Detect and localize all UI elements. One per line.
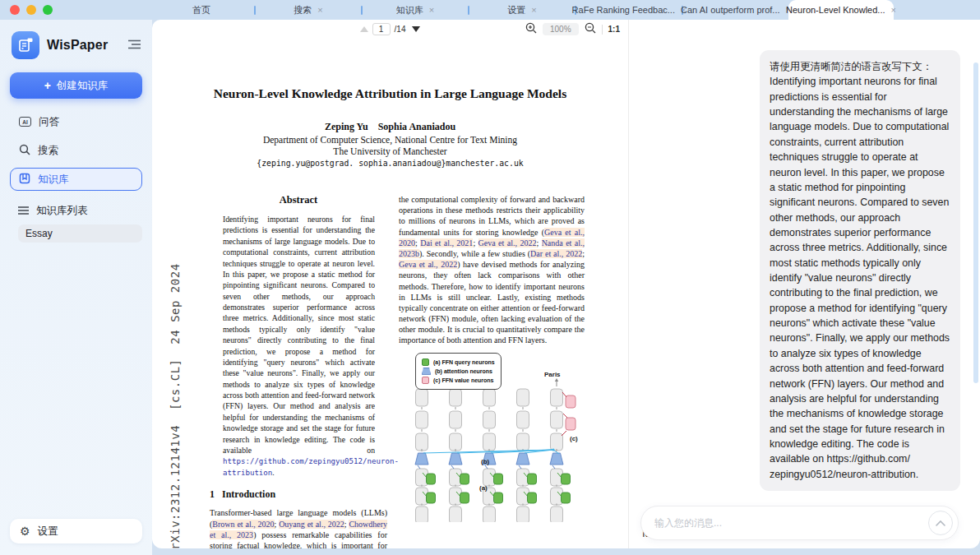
sidebar: WisPaper + 创建知识库 AI 问答 搜索 知识库 知识库列表 Essa… bbox=[0, 20, 152, 555]
minimize-window-button[interactable] bbox=[26, 5, 36, 15]
query-neuron-swatch bbox=[422, 358, 429, 366]
tab-knowledge-base[interactable]: 知识库× bbox=[363, 0, 468, 20]
tab-can-ai-paper[interactable]: Can AI outperform prof...× bbox=[683, 0, 788, 20]
collapse-sidebar-icon[interactable] bbox=[128, 38, 141, 53]
list-icon bbox=[18, 206, 29, 217]
tab-search[interactable]: 搜索× bbox=[256, 0, 361, 20]
pdf-toolbar: /14 100% 1:1 bbox=[152, 20, 628, 39]
zoom-window-button[interactable] bbox=[43, 5, 53, 15]
zoom-out-icon[interactable] bbox=[585, 22, 596, 37]
knowledge-base-item-essay[interactable]: Essay bbox=[18, 224, 142, 243]
page-up-icon[interactable] bbox=[360, 26, 368, 32]
attention-neuron-swatch bbox=[422, 368, 431, 375]
close-window-button[interactable] bbox=[10, 5, 20, 15]
qa-chat-icon: AI bbox=[19, 117, 31, 127]
paper-title: Neuron-Level Knowledge Attribution in La… bbox=[152, 86, 628, 101]
chat-panel: ... 请使用更清晰简洁的语言改写下文 请使用更清晰简洁的语言改写下文：Iden… bbox=[629, 20, 980, 548]
tab-bar: 首页 搜索× 知识库× 设置× RaFe Ranking Feedbac...×… bbox=[149, 0, 894, 20]
tab-home[interactable]: 首页 bbox=[149, 0, 254, 20]
close-tab-icon[interactable]: × bbox=[429, 6, 434, 15]
create-knowledge-base-button[interactable]: + 创建知识库 bbox=[10, 72, 142, 99]
tab-rafe-paper[interactable]: RaFe Ranking Feedbac...× bbox=[576, 0, 682, 20]
app-title: WisPaper bbox=[47, 38, 108, 53]
zoom-in-icon[interactable] bbox=[525, 22, 537, 37]
page-number-input[interactable] bbox=[372, 23, 391, 35]
page-down-icon[interactable] bbox=[412, 26, 420, 32]
wispaper-logo-icon bbox=[12, 31, 39, 59]
paper-authors: Zeping Yu Sophia Ananiadou bbox=[152, 121, 628, 133]
paper-email: {zeping.yu@postgrad. sophia.ananiadou@}m… bbox=[152, 159, 628, 168]
figure-label-c: (c) bbox=[570, 435, 578, 442]
sidebar-item-qa[interactable]: AI 问答 bbox=[10, 110, 142, 133]
close-tab-icon[interactable]: × bbox=[317, 6, 322, 15]
tab-settings[interactable]: 设置× bbox=[469, 0, 575, 20]
figure-label-a: (a) bbox=[479, 484, 488, 492]
paper-affiliation: Department of Computer Science, National… bbox=[152, 135, 628, 145]
book-icon bbox=[19, 173, 30, 187]
figure-paris-label: Paris bbox=[544, 371, 561, 378]
gear-icon: ⚙ bbox=[20, 525, 30, 537]
toolbar-divider bbox=[602, 25, 603, 35]
titlebar: 首页 搜索× 知识库× 设置× RaFe Ranking Feedbac...×… bbox=[0, 0, 980, 20]
window-controls bbox=[10, 5, 53, 15]
chat-input-bar bbox=[640, 506, 959, 540]
figure-legend: (a) FFN query neurons (b) attention neur… bbox=[415, 353, 502, 390]
arxiv-watermark: arXiv:2312.12141v4 [cs.CL] 24 Sep 2024 bbox=[169, 236, 182, 548]
figure-label-b: (b) bbox=[481, 458, 489, 465]
search-icon bbox=[19, 144, 30, 158]
close-tab-icon[interactable]: × bbox=[891, 6, 896, 15]
knowledge-base-list-header[interactable]: 知识库列表 bbox=[10, 204, 142, 218]
close-tab-icon[interactable]: × bbox=[531, 6, 536, 15]
pdf-page: arXiv:2312.12141v4 [cs.CL] 24 Sep 2024 N… bbox=[152, 39, 628, 548]
value-neuron-swatch bbox=[422, 377, 429, 384]
introduction-text: Transformer-based large language models … bbox=[210, 507, 387, 548]
section-heading: 1 Introduction bbox=[210, 488, 387, 501]
figure-1: (a) FFN query neurons (b) attention neur… bbox=[410, 353, 593, 522]
chevron-up-icon bbox=[936, 520, 945, 526]
sidebar-item-search[interactable]: 搜索 bbox=[10, 139, 142, 162]
plus-icon: + bbox=[44, 80, 51, 91]
user-message-bubble: 请使用更清晰简洁的语言改写下文：Identifying important ne… bbox=[760, 50, 960, 491]
actual-size-button[interactable]: 1:1 bbox=[608, 25, 620, 34]
chat-scrollbar-thumb[interactable] bbox=[973, 62, 978, 383]
tab-neuron-paper-active[interactable]: Neuron-Level Knowled...× bbox=[788, 0, 894, 20]
column2-text: the computational complexity of forward … bbox=[399, 194, 585, 346]
settings-button[interactable]: ⚙ 设置 bbox=[10, 519, 142, 543]
abstract-text: Identifying important neurons for final … bbox=[210, 214, 387, 478]
abstract-heading: Abstract bbox=[210, 194, 387, 206]
send-button[interactable] bbox=[928, 511, 953, 535]
chat-input[interactable] bbox=[654, 517, 928, 529]
zoom-level-label: 100% bbox=[543, 23, 579, 35]
pdf-viewer-panel: /14 100% 1:1 arXiv:2312.12141v4 [cs.CL] … bbox=[152, 20, 629, 548]
sidebar-item-knowledge-base[interactable]: 知识库 bbox=[10, 168, 142, 191]
paper-affiliation: The University of Manchester bbox=[152, 146, 628, 156]
page-total-label: /14 bbox=[395, 25, 406, 34]
